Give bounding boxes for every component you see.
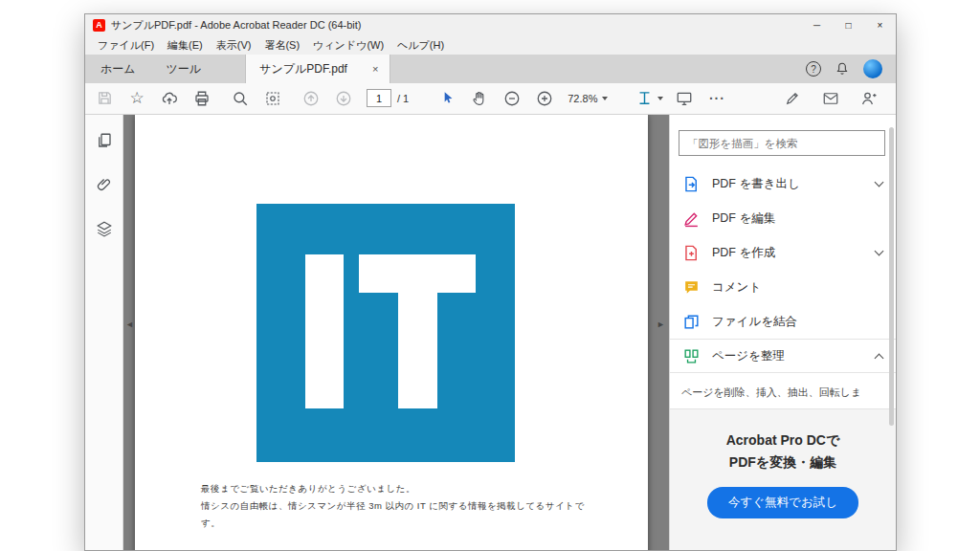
ellipsis-icon: ··· <box>709 91 725 106</box>
main-toolbar: ☆ / 1 <box>85 83 896 115</box>
free-trial-button[interactable]: 今すぐ無料でお試し <box>707 487 858 518</box>
minimize-button[interactable]: ─ <box>801 14 833 35</box>
acrobat-pro-promo: Acrobat Pro DCで PDFを変換・編集 今すぐ無料でお試し <box>670 408 896 550</box>
menu-bar: ファイル(F) 編集(E) 表示(V) 署名(S) ウィンドウ(W) ヘルプ(H… <box>85 35 896 55</box>
notifications-bell-icon[interactable] <box>835 61 850 77</box>
it-logo: IT <box>256 204 515 462</box>
promo-title: Acrobat Pro DCで PDFを変換・編集 <box>670 430 896 474</box>
window-controls: ─ □ × <box>801 14 896 35</box>
tool-create-pdf[interactable]: PDF を作成 <box>670 235 896 270</box>
floppy-save-icon <box>97 90 113 106</box>
page-display-icon <box>636 90 653 106</box>
page-thumbnails-button[interactable] <box>94 130 115 151</box>
promo-title-line1: Acrobat Pro DCで <box>670 430 896 452</box>
envelope-icon <box>822 90 839 107</box>
paperclip-icon <box>96 176 113 193</box>
tab-tools[interactable]: ツール <box>151 55 217 83</box>
tool-label: PDF を書き出し <box>712 176 876 192</box>
star-icon: ☆ <box>129 90 144 106</box>
it-logo-letter-i <box>305 254 344 408</box>
collapse-left-panel-icon[interactable]: ◄ <box>125 320 134 329</box>
hand-icon <box>471 90 488 107</box>
close-button[interactable]: × <box>864 14 896 35</box>
zoom-level-dropdown[interactable]: 72.8% <box>568 93 608 104</box>
previous-page-button[interactable] <box>300 87 323 110</box>
tab-close-icon[interactable]: × <box>372 63 378 75</box>
tool-label: コメント <box>712 279 882 296</box>
share-cloud-button[interactable] <box>158 87 181 110</box>
tools-list: PDF を書き出し PDF を編集 PDF を作成 <box>670 166 896 373</box>
workspace: IT 最後までご覧いただきありがとうございました。 情シスの自由帳は、情シスマン… <box>85 115 896 550</box>
print-button[interactable] <box>190 87 213 110</box>
menu-sign[interactable]: 署名(S) <box>257 36 306 55</box>
tool-label: ファイルを結合 <box>712 314 882 330</box>
tool-export-pdf[interactable]: PDF を書き出し <box>670 166 896 201</box>
chevron-down-icon <box>875 247 884 256</box>
document-text-line: 情シスの自由帳は、情シスマンが半径 3m 以内の IT に関する情報を掲載してる… <box>201 500 585 513</box>
chevron-down-icon <box>875 178 884 187</box>
tool-edit-pdf[interactable]: PDF を編集 <box>670 201 896 235</box>
tab-document[interactable]: サンプルPDF.pdf × <box>245 55 390 83</box>
snapshot-button[interactable] <box>261 87 284 110</box>
promo-title-line2: PDFを変換・編集 <box>670 452 896 474</box>
tab-bar-right: ? <box>806 55 896 83</box>
pointer-icon <box>439 90 456 106</box>
help-icon[interactable]: ? <box>806 61 821 77</box>
zoom-out-button[interactable] <box>501 87 523 110</box>
window-title: サンプルPDF.pdf - Adobe Acrobat Reader DC (6… <box>111 18 361 33</box>
zoom-level-value: 72.8% <box>568 93 597 104</box>
zoom-tool-button[interactable] <box>229 87 252 110</box>
maximize-button[interactable]: □ <box>833 14 864 35</box>
magnifier-icon <box>232 90 249 107</box>
page-number-input[interactable] <box>367 89 391 107</box>
zoom-in-button[interactable] <box>533 87 556 110</box>
menu-view[interactable]: 表示(V) <box>210 36 258 55</box>
document-canvas: IT 最後までご覧いただきありがとうございました。 情シスの自由帳は、情シスマン… <box>123 115 669 550</box>
title-bar: A サンプルPDF.pdf - Adobe Acrobat Reader DC … <box>85 14 896 35</box>
pen-icon <box>784 90 801 107</box>
save-button[interactable] <box>93 87 116 110</box>
select-tool-button[interactable] <box>435 87 458 110</box>
chevron-down-icon <box>657 97 663 100</box>
toolbar-right-group <box>781 87 880 110</box>
layers-icon <box>96 220 113 237</box>
expand-right-panel-icon[interactable]: ► <box>657 320 665 329</box>
arrow-up-circle-icon <box>302 90 320 107</box>
tools-search-input[interactable] <box>679 130 885 156</box>
tool-label: PDF を作成 <box>712 245 876 261</box>
chevron-up-icon <box>875 353 884 363</box>
tool-label: PDF を編集 <box>712 210 882 227</box>
tab-bar: ホーム ツール サンプルPDF.pdf × ? <box>85 55 896 83</box>
more-tools-button[interactable]: ··· <box>705 87 728 110</box>
send-email-button[interactable] <box>819 87 842 110</box>
next-page-button[interactable] <box>332 87 355 110</box>
create-pdf-icon <box>681 243 701 262</box>
tool-combine-files[interactable]: ファイルを結合 <box>670 304 896 339</box>
page-display-button[interactable] <box>633 87 656 110</box>
presentation-mode-button[interactable] <box>673 87 696 110</box>
share-people-button[interactable] <box>858 87 880 110</box>
organize-pages-description: ページを削除、挿入、抽出、回転しま <box>670 373 896 408</box>
tab-document-label: サンプルPDF.pdf <box>259 61 347 77</box>
tools-panel: PDF を書き出し PDF を編集 PDF を作成 <box>669 115 896 550</box>
favorite-tools-button[interactable]: ☆ <box>125 87 148 110</box>
printer-icon <box>193 90 211 107</box>
snapshot-icon <box>264 90 281 107</box>
document-text-line: す。 <box>201 518 220 530</box>
menu-help[interactable]: ヘルプ(H) <box>390 36 451 55</box>
tab-home[interactable]: ホーム <box>85 55 151 83</box>
menu-window[interactable]: ウィンドウ(W) <box>306 36 390 55</box>
hand-tool-button[interactable] <box>468 87 491 110</box>
monitor-icon <box>676 90 693 107</box>
layers-button[interactable] <box>94 218 115 239</box>
fill-sign-button[interactable] <box>781 87 804 110</box>
menu-edit[interactable]: 編集(E) <box>161 36 210 55</box>
it-logo-letter-t-stem <box>398 254 437 408</box>
user-avatar[interactable] <box>863 59 882 78</box>
tool-comment[interactable]: コメント <box>670 270 896 304</box>
menu-file[interactable]: ファイル(F) <box>91 36 161 55</box>
attachments-button[interactable] <box>94 174 115 195</box>
plus-circle-icon <box>536 90 553 107</box>
tool-organize-pages[interactable]: ページを整理 <box>670 339 896 373</box>
panel-scrollbar[interactable] <box>889 127 894 426</box>
